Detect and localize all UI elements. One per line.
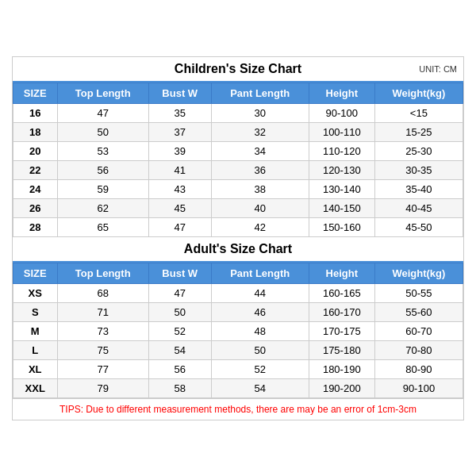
tips-row: TIPS: Due to different measurement metho… xyxy=(13,398,463,420)
adults-col-pant-length: Pant Length xyxy=(211,263,309,283)
table-cell: 60-70 xyxy=(374,321,463,340)
table-cell: 35-40 xyxy=(374,179,463,198)
table-cell: 54 xyxy=(211,378,309,397)
adults-chart-title: Adult's Size Chart xyxy=(184,242,292,256)
table-cell: 26 xyxy=(13,198,58,217)
table-row: XL775652180-19080-90 xyxy=(13,359,463,378)
table-cell: S xyxy=(13,302,58,321)
children-chart-title: Children's Size Chart xyxy=(175,62,301,76)
children-col-weight: Weight(kg) xyxy=(374,83,463,103)
table-cell: 170-175 xyxy=(309,321,374,340)
table-cell: 50 xyxy=(57,122,148,141)
table-cell: 43 xyxy=(148,179,211,198)
table-cell: 24 xyxy=(13,179,58,198)
table-cell: 46 xyxy=(211,302,309,321)
table-cell: 130-140 xyxy=(309,179,374,198)
table-cell: 160-170 xyxy=(309,302,374,321)
table-row: 1647353090-100<15 xyxy=(13,103,463,122)
adults-table: SIZE Top Length Bust W Pant Length Heigh… xyxy=(13,263,463,398)
table-cell: 42 xyxy=(211,217,309,236)
table-cell: 160-165 xyxy=(309,283,374,302)
table-row: L755450175-18070-80 xyxy=(13,340,463,359)
table-cell: 75 xyxy=(57,340,148,359)
table-cell: 90-100 xyxy=(374,378,463,397)
table-row: M735248170-17560-70 xyxy=(13,321,463,340)
adults-col-top-length: Top Length xyxy=(57,263,148,283)
table-cell: 52 xyxy=(148,321,211,340)
table-row: 20533934110-12025-30 xyxy=(13,141,463,160)
table-cell: 175-180 xyxy=(309,340,374,359)
table-cell: 59 xyxy=(57,179,148,198)
size-chart-container: Children's Size Chart UNIT: CM SIZE Top … xyxy=(12,56,464,420)
children-header-row: SIZE Top Length Bust W Pant Length Heigh… xyxy=(13,83,463,103)
table-cell: 37 xyxy=(148,122,211,141)
children-table-body: 1647353090-100<1518503732100-11015-25205… xyxy=(13,103,463,236)
table-cell: 77 xyxy=(57,359,148,378)
table-cell: XS xyxy=(13,283,58,302)
children-chart-section: Children's Size Chart UNIT: CM SIZE Top … xyxy=(13,57,463,237)
table-cell: 52 xyxy=(211,359,309,378)
table-cell: 140-150 xyxy=(309,198,374,217)
adults-header-row: SIZE Top Length Bust W Pant Length Heigh… xyxy=(13,263,463,283)
table-cell: 18 xyxy=(13,122,58,141)
table-row: 24594338130-14035-40 xyxy=(13,179,463,198)
table-cell: 50-55 xyxy=(374,283,463,302)
table-cell: 36 xyxy=(211,160,309,179)
children-col-size: SIZE xyxy=(13,83,58,103)
table-cell: 20 xyxy=(13,141,58,160)
table-cell: 100-110 xyxy=(309,122,374,141)
table-cell: 68 xyxy=(57,283,148,302)
unit-label: UNIT: CM xyxy=(419,64,457,74)
table-cell: 34 xyxy=(211,141,309,160)
table-cell: 65 xyxy=(57,217,148,236)
table-cell: XXL xyxy=(13,378,58,397)
table-cell: 47 xyxy=(148,283,211,302)
table-cell: 44 xyxy=(211,283,309,302)
table-cell: 180-190 xyxy=(309,359,374,378)
table-cell: 47 xyxy=(148,217,211,236)
table-cell: 25-30 xyxy=(374,141,463,160)
table-cell: 120-130 xyxy=(309,160,374,179)
table-cell: 38 xyxy=(211,179,309,198)
table-cell: 110-120 xyxy=(309,141,374,160)
table-cell: 30 xyxy=(211,103,309,122)
table-row: XXL795854190-20090-100 xyxy=(13,378,463,397)
table-cell: 22 xyxy=(13,160,58,179)
table-cell: 71 xyxy=(57,302,148,321)
adults-table-body: XS684744160-16550-55S715046160-17055-60M… xyxy=(13,283,463,397)
table-cell: L xyxy=(13,340,58,359)
table-cell: 30-35 xyxy=(374,160,463,179)
table-cell: 39 xyxy=(148,141,211,160)
table-cell: 35 xyxy=(148,103,211,122)
table-cell: 150-160 xyxy=(309,217,374,236)
table-cell: 70-80 xyxy=(374,340,463,359)
table-cell: 41 xyxy=(148,160,211,179)
adults-chart-section: Adult's Size Chart SIZE Top Length Bust … xyxy=(13,237,463,398)
table-row: 28654742150-16045-50 xyxy=(13,217,463,236)
table-cell: <15 xyxy=(374,103,463,122)
table-cell: 55-60 xyxy=(374,302,463,321)
table-cell: 56 xyxy=(57,160,148,179)
table-cell: 16 xyxy=(13,103,58,122)
table-row: XS684744160-16550-55 xyxy=(13,283,463,302)
table-cell: 50 xyxy=(211,340,309,359)
table-row: 26624540140-15040-45 xyxy=(13,198,463,217)
table-cell: 45-50 xyxy=(374,217,463,236)
table-cell: 28 xyxy=(13,217,58,236)
table-cell: 15-25 xyxy=(374,122,463,141)
table-cell: 190-200 xyxy=(309,378,374,397)
table-cell: 56 xyxy=(148,359,211,378)
table-cell: 54 xyxy=(148,340,211,359)
table-cell: 32 xyxy=(211,122,309,141)
table-row: S715046160-17055-60 xyxy=(13,302,463,321)
table-row: 22564136120-13030-35 xyxy=(13,160,463,179)
table-cell: 90-100 xyxy=(309,103,374,122)
table-cell: 80-90 xyxy=(374,359,463,378)
table-cell: 73 xyxy=(57,321,148,340)
table-cell: XL xyxy=(13,359,58,378)
adults-col-weight: Weight(kg) xyxy=(374,263,463,283)
table-cell: 47 xyxy=(57,103,148,122)
children-col-height: Height xyxy=(309,83,374,103)
tips-text: TIPS: Due to different measurement metho… xyxy=(60,404,416,415)
table-cell: 50 xyxy=(148,302,211,321)
